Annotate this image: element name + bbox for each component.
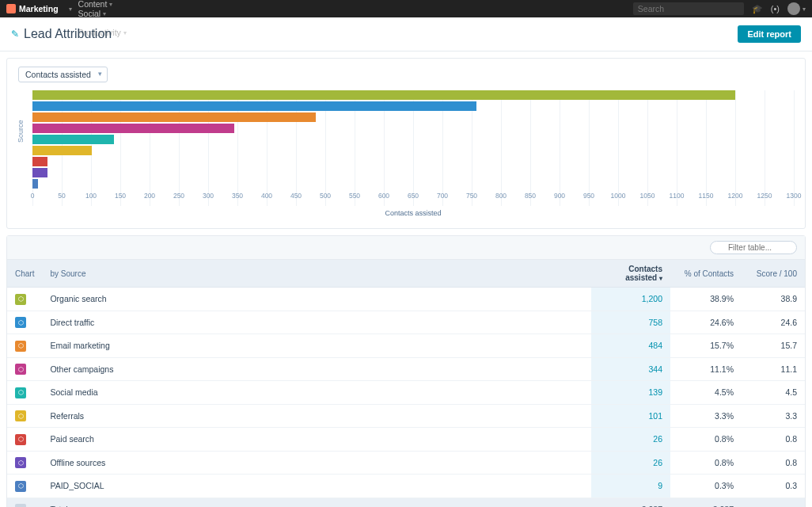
score-cell: 3.3: [742, 404, 805, 428]
total-label: Total: [42, 497, 591, 507]
assisted-cell[interactable]: 9: [591, 475, 670, 498]
brand-label[interactable]: Marketing: [19, 4, 59, 13]
table-row: ⬡Referrals1013.3%3.3: [7, 404, 805, 428]
score-cell: 38.9: [742, 288, 805, 311]
xtick: 1000: [611, 192, 626, 200]
assisted-cell[interactable]: 484: [591, 334, 670, 358]
chevron-down-icon: ▾: [69, 6, 72, 13]
source-swatch-icon: ⬡: [15, 317, 26, 328]
table-row: ⬡Email marketing48415.7%15.7: [7, 334, 805, 358]
bar-paid-search[interactable]: [32, 157, 47, 166]
col-pct[interactable]: % of Contacts: [670, 260, 742, 288]
source-cell: Email marketing: [42, 334, 591, 358]
source-swatch-icon: ⬡: [15, 341, 26, 352]
xtick: 1300: [787, 192, 802, 200]
bar-email-marketing[interactable]: [32, 112, 316, 122]
broadcast-icon[interactable]: (•): [771, 4, 780, 13]
xtick: 250: [173, 192, 184, 200]
source-swatch-icon: ⬡: [15, 410, 26, 421]
source-cell: Referrals: [42, 404, 591, 428]
nav-content[interactable]: Content▾: [78, 0, 127, 9]
assisted-cell[interactable]: 101: [591, 404, 670, 428]
bar-chart: [32, 90, 794, 190]
source-swatch-icon: ⬡: [15, 481, 26, 492]
score-cell: 24.6: [742, 311, 805, 334]
xtick: 200: [144, 192, 155, 200]
source-cell: Organic search: [42, 288, 591, 311]
page-title: Lead Attribution: [24, 27, 112, 41]
edit-report-button[interactable]: Edit report: [738, 25, 801, 43]
source-cell: PAID_SOCIAL: [42, 475, 591, 498]
chart-panel: Contacts assisted Source 050100150200250…: [6, 58, 806, 229]
xtick: 550: [349, 192, 360, 200]
col-score[interactable]: Score / 100: [742, 260, 805, 288]
assisted-cell[interactable]: 758: [591, 311, 670, 334]
score-cell: 0.8: [742, 451, 805, 475]
xtick: 0: [31, 192, 35, 200]
table-row: ⬡Paid search260.8%0.8: [7, 428, 805, 452]
metric-dropdown[interactable]: Contacts assisted: [18, 67, 108, 82]
source-swatch-icon: ⬡: [15, 434, 26, 445]
xtick: 100: [85, 192, 97, 200]
table-row-total: ⬡Total3,0873,087: [7, 497, 805, 507]
source-swatch-icon: ⬡: [15, 294, 26, 305]
col-source[interactable]: by Source: [42, 260, 591, 288]
assisted-cell[interactable]: 344: [591, 357, 670, 381]
user-avatar[interactable]: [787, 2, 800, 15]
bar-offline-sources[interactable]: [32, 168, 47, 177]
source-swatch-icon: ⬡: [15, 457, 26, 468]
xtick: 450: [290, 192, 302, 200]
top-navbar: Marketing ▾ DashboardContacts▾Content▾So…: [0, 0, 812, 17]
academy-icon[interactable]: 🎓: [752, 4, 763, 14]
xtick: 400: [261, 192, 272, 200]
xtick: 1250: [757, 192, 772, 200]
total-score: [742, 497, 805, 507]
source-cell: Offline sources: [42, 451, 591, 475]
table-row: ⬡Social media1394.5%4.5: [7, 381, 805, 405]
pct-cell: 4.5%: [670, 381, 742, 405]
xtick: 1100: [670, 192, 685, 200]
assisted-cell[interactable]: 139: [591, 381, 670, 405]
source-cell: Other campaigns: [42, 357, 591, 381]
pencil-icon[interactable]: ✎: [11, 29, 19, 40]
total-pct: 3,087: [670, 497, 742, 507]
xtick: 750: [466, 192, 477, 200]
bar-social-media[interactable]: [32, 135, 114, 144]
assisted-cell[interactable]: 26: [591, 428, 670, 452]
pct-cell: 0.3%: [670, 475, 742, 498]
xtick: 900: [554, 192, 565, 200]
assisted-cell[interactable]: 1,200: [591, 288, 670, 311]
col-chart[interactable]: Chart: [7, 260, 42, 288]
x-axis: 0501001502002503003504004505005506006507…: [32, 192, 794, 200]
bar-other-campaigns[interactable]: [32, 124, 234, 133]
source-cell: Direct traffic: [42, 311, 591, 334]
nav-social[interactable]: Social▾: [78, 9, 127, 18]
total-assisted: 3,087: [591, 497, 670, 507]
data-table-panel: 🔍 Chart by Source Contacts assisted ▾ % …: [6, 235, 806, 507]
pct-cell: 0.8%: [670, 428, 742, 452]
source-cell: Paid search: [42, 428, 591, 452]
bar-referrals[interactable]: [32, 146, 92, 155]
attribution-table: Chart by Source Contacts assisted ▾ % of…: [7, 260, 805, 507]
filter-table-input[interactable]: [710, 241, 797, 254]
assisted-cell[interactable]: 26: [591, 451, 670, 475]
table-row: ⬡Direct traffic75824.6%24.6: [7, 311, 805, 334]
bar-paid_social[interactable]: [32, 179, 38, 189]
table-row: ⬡Offline sources260.8%0.8: [7, 451, 805, 475]
xtick: 700: [437, 192, 448, 200]
y-axis-label: Source: [17, 120, 25, 143]
bar-organic-search[interactable]: [32, 90, 735, 100]
table-row: ⬡Organic search1,20038.9%38.9: [7, 288, 805, 311]
xtick: 950: [583, 192, 594, 200]
score-cell: 4.5: [742, 381, 805, 405]
global-search-input[interactable]: [633, 2, 744, 15]
xtick: 1200: [728, 192, 743, 200]
xtick: 850: [525, 192, 536, 200]
xtick: 150: [115, 192, 126, 200]
pct-cell: 38.9%: [670, 288, 742, 311]
col-assisted[interactable]: Contacts assisted ▾: [591, 260, 670, 288]
x-axis-label: Contacts assisted: [32, 209, 794, 217]
bar-direct-traffic[interactable]: [32, 101, 476, 111]
score-cell: 15.7: [742, 334, 805, 358]
xtick: 650: [408, 192, 419, 200]
